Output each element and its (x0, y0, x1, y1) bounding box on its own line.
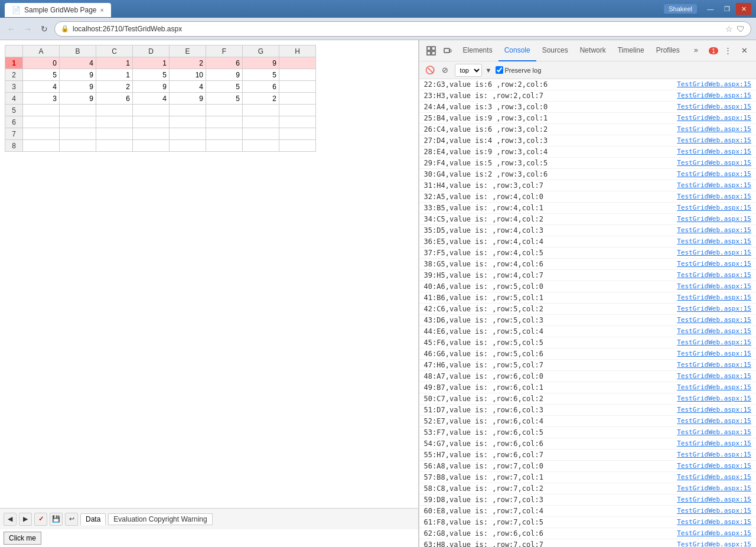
log-source[interactable]: TestGridWeb.aspx:15 (677, 226, 751, 234)
log-source[interactable]: TestGridWeb.aspx:15 (677, 305, 751, 312)
log-source[interactable]: TestGridWeb.aspx:15 (677, 473, 751, 481)
grid-cell[interactable]: 2 (96, 81, 133, 93)
log-source[interactable]: TestGridWeb.aspx:15 (677, 271, 751, 279)
restore-button[interactable]: ❐ (719, 3, 735, 15)
log-source[interactable]: TestGridWeb.aspx:15 (677, 383, 751, 391)
grid-cell[interactable]: 6 (96, 93, 133, 105)
log-source[interactable]: TestGridWeb.aspx:15 (677, 496, 751, 503)
grid-cell[interactable]: 9 (133, 81, 170, 93)
log-source[interactable]: TestGridWeb.aspx:15 (677, 541, 751, 547)
log-source[interactable]: TestGridWeb.aspx:15 (677, 159, 751, 167)
grid-cell[interactable] (23, 105, 60, 116)
grid-cell[interactable] (279, 116, 316, 128)
tab-close-button[interactable]: × (100, 6, 104, 14)
log-source[interactable]: TestGridWeb.aspx:15 (677, 193, 751, 200)
grid-cell[interactable] (206, 140, 243, 152)
inspect-element-button[interactable] (424, 44, 438, 58)
preserve-log-label[interactable]: Preserve log (496, 66, 542, 74)
grid-cell[interactable]: 1 (96, 57, 133, 69)
address-bar[interactable]: 🔒 localhost:26710/TestGridWeb.aspx ☆ 🛡 (54, 21, 751, 37)
data-tab[interactable]: Data (80, 513, 106, 525)
log-source[interactable]: TestGridWeb.aspx:15 (677, 80, 751, 88)
log-source[interactable]: TestGridWeb.aspx:15 (677, 249, 751, 256)
log-source[interactable]: TestGridWeb.aspx:15 (677, 372, 751, 380)
grid-cell[interactable]: 9 (60, 93, 96, 105)
grid-cell[interactable] (279, 81, 316, 93)
grid-cell[interactable] (206, 116, 243, 128)
log-source[interactable]: TestGridWeb.aspx:15 (677, 170, 751, 178)
grid-cell[interactable] (170, 140, 206, 152)
grid-cell[interactable] (279, 128, 316, 140)
grid-cell[interactable] (170, 128, 206, 140)
grid-cell[interactable] (23, 128, 60, 140)
log-source[interactable]: TestGridWeb.aspx:15 (677, 338, 751, 346)
log-source[interactable]: TestGridWeb.aspx:15 (677, 406, 751, 413)
log-source[interactable]: TestGridWeb.aspx:15 (677, 361, 751, 369)
log-source[interactable]: TestGridWeb.aspx:15 (677, 529, 751, 537)
grid-cell[interactable]: 6 (243, 81, 279, 93)
grid-cell[interactable] (60, 116, 96, 128)
devtools-tab-timeline[interactable]: Timeline (612, 40, 650, 61)
log-source[interactable]: TestGridWeb.aspx:15 (677, 114, 751, 122)
grid-cell[interactable]: 5 (23, 69, 60, 81)
log-source[interactable]: TestGridWeb.aspx:15 (677, 462, 751, 470)
log-source[interactable]: TestGridWeb.aspx:15 (677, 204, 751, 211)
prev-button[interactable]: ◀ (4, 513, 17, 526)
log-source[interactable]: TestGridWeb.aspx:15 (677, 148, 751, 155)
log-source[interactable]: TestGridWeb.aspx:15 (677, 350, 751, 357)
grid-cell[interactable]: 5 (206, 93, 243, 105)
log-source[interactable]: TestGridWeb.aspx:15 (677, 125, 751, 133)
click-me-button[interactable]: Click me (4, 532, 41, 545)
grid-cell[interactable]: 9 (206, 69, 243, 81)
grid-cell[interactable] (243, 128, 279, 140)
grid-cell[interactable] (170, 105, 206, 116)
grid-cell[interactable]: 2 (243, 93, 279, 105)
grid-cell[interactable]: 1 (96, 69, 133, 81)
grid-cell[interactable] (206, 105, 243, 116)
grid-cell[interactable] (60, 128, 96, 140)
grid-cell[interactable]: 3 (23, 93, 60, 105)
copyright-warning-tab[interactable]: Evaluation Copyright Warning (108, 513, 212, 525)
grid-cell[interactable]: 6 (206, 57, 243, 69)
log-source[interactable]: TestGridWeb.aspx:15 (677, 316, 751, 324)
next-button[interactable]: ▶ (19, 513, 32, 526)
devtools-tab-console[interactable]: Console (498, 40, 536, 61)
grid-cell[interactable] (23, 140, 60, 152)
log-source[interactable]: TestGridWeb.aspx:15 (677, 282, 751, 290)
grid-cell[interactable] (243, 140, 279, 152)
log-source[interactable]: TestGridWeb.aspx:15 (677, 136, 751, 144)
grid-cell[interactable] (96, 128, 133, 140)
grid-cell[interactable] (133, 105, 170, 116)
log-source[interactable]: TestGridWeb.aspx:15 (677, 451, 751, 458)
grid-cell[interactable] (279, 69, 316, 81)
grid-cell[interactable] (23, 116, 60, 128)
back-button[interactable]: ← (5, 22, 18, 35)
undo-button[interactable]: ↩ (65, 513, 78, 526)
grid-cell[interactable]: 5 (206, 81, 243, 93)
log-source[interactable]: TestGridWeb.aspx:15 (677, 428, 751, 436)
grid-cell[interactable] (96, 140, 133, 152)
log-source[interactable]: TestGridWeb.aspx:15 (677, 103, 751, 110)
log-source[interactable]: TestGridWeb.aspx:15 (677, 417, 751, 425)
grid-cell[interactable]: 10 (170, 69, 206, 81)
grid-cell[interactable] (60, 140, 96, 152)
grid-cell[interactable]: 1 (133, 57, 170, 69)
grid-cell[interactable]: 9 (60, 69, 96, 81)
devtools-close-button[interactable]: ✕ (737, 44, 751, 58)
log-source[interactable]: TestGridWeb.aspx:15 (677, 294, 751, 301)
filter-button[interactable]: ⊘ (439, 64, 451, 76)
grid-cell[interactable]: 5 (243, 69, 279, 81)
grid-cell[interactable] (279, 93, 316, 105)
bookmark-icon[interactable]: ☆ (725, 24, 733, 34)
log-source[interactable]: TestGridWeb.aspx:15 (677, 215, 751, 223)
log-source[interactable]: TestGridWeb.aspx:15 (677, 237, 751, 245)
browser-tab[interactable]: 📄 Sample GridWeb Page × (5, 3, 111, 17)
grid-cell[interactable]: 2 (170, 57, 206, 69)
grid-cell[interactable] (96, 105, 133, 116)
context-selector[interactable]: top (455, 64, 482, 77)
log-source[interactable]: TestGridWeb.aspx:15 (677, 439, 751, 447)
devtools-tab-elements[interactable]: Elements (457, 40, 498, 61)
more-tabs-button[interactable]: » (688, 40, 704, 61)
grid-cell[interactable] (133, 128, 170, 140)
grid-cell[interactable]: 4 (170, 81, 206, 93)
